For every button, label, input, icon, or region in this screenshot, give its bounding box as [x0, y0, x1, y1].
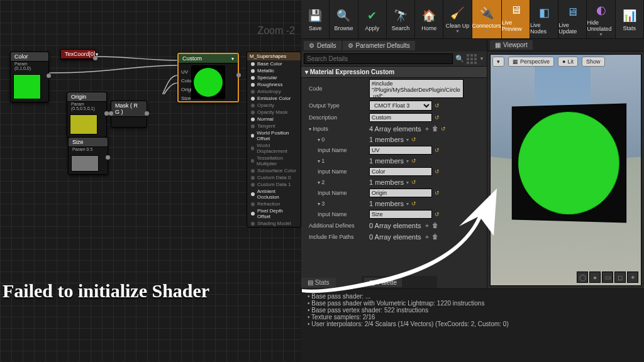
- output-pin[interactable]: [104, 111, 109, 116]
- output-pin[interactable]: [106, 155, 110, 160]
- material-input-normal[interactable]: Normal: [247, 116, 301, 123]
- reset-icon[interactable]: ↺: [435, 190, 440, 196]
- section-material-expression-custom[interactable]: ▾ Material Expression Custom: [301, 66, 487, 78]
- input-name-field[interactable]: [369, 146, 432, 155]
- search-details-input[interactable]: [304, 53, 453, 64]
- tab-parameter-defaults[interactable]: ⚙Parameter Defaults: [343, 41, 415, 50]
- reset-icon[interactable]: ↺: [441, 126, 446, 132]
- reset-icon[interactable]: ↺: [435, 114, 440, 121]
- material-input-custom-data-0[interactable]: Custom Data 0: [247, 174, 301, 181]
- tab-palette[interactable]: ▦Palette: [362, 276, 437, 288]
- viewport-menu-button[interactable]: ▾: [492, 57, 504, 67]
- preview-mesh[interactable]: [512, 103, 626, 222]
- material-input-tessellation-multiplier[interactable]: Tessellation Multiplier: [247, 155, 301, 167]
- search-button[interactable]: 🔭Search: [387, 0, 415, 38]
- output-type-select[interactable]: CMOT Float 3: [369, 101, 432, 111]
- material-input-subsurface-color[interactable]: Subsurface Color: [247, 167, 301, 174]
- viewport-3d-scene[interactable]: ◯ ● ▭ ◻ ✦: [490, 54, 641, 286]
- material-input-tangent[interactable]: Tangent: [247, 123, 301, 129]
- material-input-custom-data-1[interactable]: Custom Data 1: [247, 181, 301, 188]
- shape-plane-button[interactable]: ▭: [602, 272, 613, 283]
- reset-icon[interactable]: ↺: [411, 200, 416, 207]
- material-input-metallic[interactable]: Metallic: [247, 67, 301, 74]
- node-custom[interactable]: Custom▾ UV Color Origin Size: [177, 53, 239, 102]
- output-pin[interactable]: [47, 74, 51, 78]
- perspective-button[interactable]: ▦Perspective: [508, 57, 554, 67]
- live-update-button[interactable]: 🖥Live Update: [558, 0, 587, 38]
- output-pin[interactable]: [236, 73, 241, 77]
- material-input-roughness[interactable]: Roughness: [247, 81, 301, 88]
- input-pin[interactable]: [109, 111, 113, 116]
- output-pin[interactable]: [145, 111, 149, 116]
- material-input-emissive-color[interactable]: Emissive Color: [247, 95, 301, 102]
- reset-icon[interactable]: ↺: [411, 136, 416, 143]
- material-input-shading-model[interactable]: Shading Model: [247, 220, 301, 227]
- node-origin[interactable]: Origin Param (0.5,0.5,0,1): [67, 92, 107, 138]
- material-input-specular[interactable]: Specular: [247, 74, 301, 81]
- clear-array-icon[interactable]: 🗑: [432, 233, 438, 240]
- cleanup-button[interactable]: 🧹Clean Up▼: [443, 0, 472, 38]
- code-textarea[interactable]: [369, 79, 464, 98]
- material-input-opacity[interactable]: Opacity: [247, 102, 301, 109]
- input-name-field[interactable]: [369, 167, 432, 176]
- connectors-button[interactable]: 🔌Connectors▼: [472, 0, 502, 38]
- material-input-base-color[interactable]: Base Color: [247, 60, 301, 67]
- add-element-icon[interactable]: ＋: [424, 222, 430, 229]
- show-button[interactable]: Show: [582, 57, 605, 67]
- material-input-world-displacement[interactable]: World Displacement: [247, 142, 301, 155]
- material-input-world-position-offset[interactable]: World Position Offset: [247, 129, 301, 142]
- node-size[interactable]: Size Param 0.5: [68, 137, 108, 175]
- tab-details[interactable]: ⚙Details: [304, 41, 341, 50]
- label-input-index[interactable]: 1: [309, 158, 369, 164]
- output-pin[interactable]: [93, 56, 97, 60]
- shape-mesh-button[interactable]: ✦: [627, 272, 638, 283]
- home-button[interactable]: 🏠Home: [415, 0, 443, 38]
- input-name-field[interactable]: [369, 210, 432, 219]
- lit-mode-button[interactable]: ●Lit: [558, 57, 578, 67]
- node-color[interactable]: Color Param (0,1,0,0): [10, 52, 49, 102]
- node-mask[interactable]: Mask ( R G ): [111, 101, 147, 128]
- label-input-index[interactable]: 2: [309, 179, 369, 185]
- chevron-down-icon[interactable]: ▾: [406, 180, 409, 185]
- material-input-anisotropy[interactable]: Anisotropy: [247, 88, 301, 95]
- save-button[interactable]: 💾Save: [301, 0, 330, 38]
- description-input[interactable]: [369, 113, 432, 122]
- reset-icon[interactable]: ↺: [435, 168, 440, 175]
- reset-icon[interactable]: ↺: [435, 147, 440, 153]
- tab-viewport[interactable]: ▦Viewport: [490, 40, 533, 50]
- stats-button[interactable]: 📊Stats: [616, 0, 644, 38]
- shape-sphere-button[interactable]: ●: [589, 272, 601, 283]
- chevron-down-icon[interactable]: ▼: [479, 56, 484, 62]
- material-input-pixel-depth-offset[interactable]: Pixel Depth Offset: [247, 207, 301, 220]
- browse-button[interactable]: 🔍Browse: [330, 0, 358, 38]
- material-input-refraction[interactable]: Refraction: [247, 200, 301, 207]
- live-nodes-button[interactable]: ◧Live Nodes: [530, 0, 558, 38]
- label-input-index[interactable]: 3: [309, 200, 369, 207]
- material-input-opacity-mask[interactable]: Opacity Mask: [247, 109, 301, 116]
- hide-unrelated-button[interactable]: ◐Hide Unrelated▼: [587, 0, 615, 38]
- apply-button[interactable]: ✔Apply: [358, 0, 387, 38]
- clear-array-icon[interactable]: 🗑: [432, 222, 438, 229]
- chevron-down-icon[interactable]: ▾: [406, 201, 409, 207]
- shape-cube-button[interactable]: ◻: [614, 272, 626, 283]
- label-input-index[interactable]: 0: [309, 136, 369, 143]
- input-name-field[interactable]: [369, 189, 432, 197]
- node-texcoord[interactable]: TexCoord[0]▾: [60, 49, 96, 60]
- add-element-icon[interactable]: ＋: [424, 233, 430, 240]
- material-graph-canvas[interactable]: Zoom -2 Color Param (0,1,0,0) TexCoord[0…: [0, 0, 301, 362]
- reset-icon[interactable]: ↺: [435, 211, 440, 217]
- reset-icon[interactable]: ↺: [411, 179, 416, 185]
- view-options-button[interactable]: [467, 54, 477, 64]
- live-preview-button[interactable]: 🖥Live Preview▼: [502, 0, 530, 38]
- add-element-icon[interactable]: ＋: [424, 125, 430, 132]
- chevron-down-icon[interactable]: ▾: [406, 158, 409, 164]
- chevron-down-icon[interactable]: ▾: [406, 137, 409, 143]
- search-icon[interactable]: 🔍: [455, 55, 464, 63]
- tab-stats[interactable]: ▤ Stats: [301, 278, 336, 287]
- label-inputs[interactable]: Inputs: [309, 126, 369, 132]
- shape-cylinder-button[interactable]: ◯: [577, 272, 588, 283]
- reset-icon[interactable]: ↺: [411, 158, 416, 164]
- reset-icon[interactable]: ↺: [435, 102, 440, 109]
- material-output-node[interactable]: M_Supershapes Base ColorMetallicSpecular…: [247, 52, 301, 228]
- clear-array-icon[interactable]: 🗑: [432, 125, 438, 132]
